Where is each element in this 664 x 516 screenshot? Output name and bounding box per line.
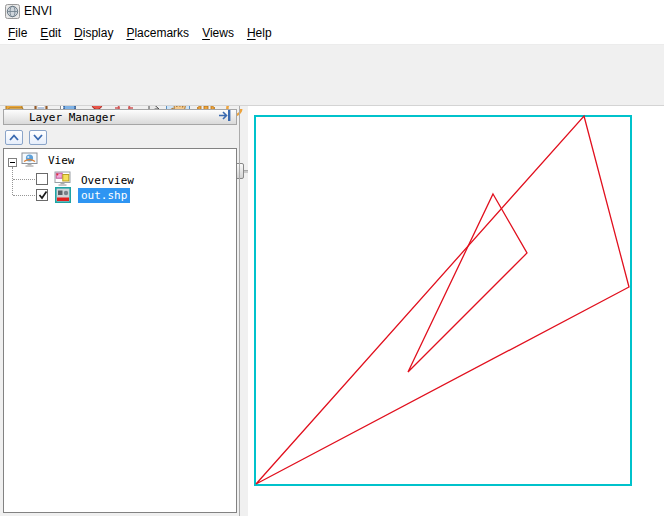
menu-item-placemarks[interactable]: Placemarks [126, 26, 189, 40]
tree-label-outshp: out.shp [78, 188, 130, 203]
menu-item-display[interactable]: Display [74, 26, 113, 40]
tree-label-overview: Overview [81, 174, 134, 187]
overview-icon [54, 171, 74, 187]
tree-expander-minus[interactable] [8, 158, 17, 167]
layer-tree: View Overview out [3, 148, 237, 513]
menu-item-file[interactable]: File [8, 26, 27, 40]
menu-bar: FileEditDisplayPlacemarksViewsHelp [0, 22, 664, 45]
check-icon [38, 190, 48, 200]
toolbar-main: 1:1,666,167 ▼ 0° ▼ roi 008 [0, 45, 664, 78]
layer-manager-title: Layer Manager [4, 111, 115, 124]
layer-manager-header[interactable]: Layer Manager [3, 109, 237, 125]
tree-connector [13, 179, 35, 181]
overview-checkbox[interactable] [36, 173, 48, 185]
app-icon [5, 4, 20, 19]
collapse-up-button[interactable] [5, 130, 23, 145]
envi-window: ENVI FileEditDisplayPlacemarksViewsHelp [0, 0, 664, 516]
view-icon [21, 152, 41, 168]
menu-item-views[interactable]: Views [202, 26, 234, 40]
panel-splitter[interactable] [239, 106, 240, 516]
shapefile-polygon-2 [408, 194, 527, 372]
vector-layer-icon [55, 187, 71, 203]
collapse-panel-icon[interactable] [217, 109, 232, 125]
outshp-checkbox[interactable] [36, 189, 48, 201]
menu-item-help[interactable]: Help [247, 26, 272, 40]
vector-drawing [248, 106, 664, 516]
collapse-down-button[interactable] [29, 130, 47, 145]
toolbar-display: No stretch ▼ [0, 78, 664, 106]
menu-item-edit[interactable]: Edit [40, 26, 61, 40]
image-view-canvas[interactable] [248, 106, 664, 516]
tree-row-view[interactable]: View [21, 152, 75, 168]
view-extent-border [255, 116, 631, 485]
tree-connector [13, 195, 35, 197]
tree-connector [12, 167, 14, 195]
window-title: ENVI [24, 4, 52, 18]
tree-label-view: View [48, 154, 75, 167]
title-bar: ENVI [0, 0, 664, 22]
